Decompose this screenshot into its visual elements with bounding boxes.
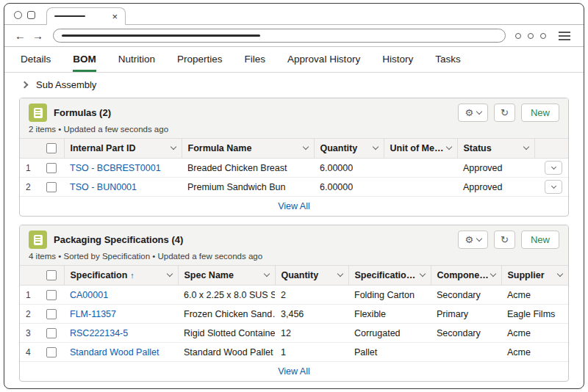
- tab-nutrition[interactable]: Nutrition: [118, 47, 155, 72]
- status-cell: Approved: [457, 159, 534, 178]
- tab-approval-history[interactable]: Approval History: [287, 47, 360, 72]
- table-row: 3 RSC222134-5 Rigid Slotted Containe… 12…: [20, 324, 568, 343]
- column-header-formula-name[interactable]: Formula Name: [182, 139, 314, 159]
- column-header-component[interactable]: Compone…: [431, 266, 501, 286]
- browser-tab[interactable]: ×: [46, 7, 126, 25]
- packaging-table: Specification↑ Spec Name Quantity Specif…: [20, 265, 568, 362]
- tab-history[interactable]: History: [382, 47, 413, 72]
- tab-properties[interactable]: Properties: [177, 47, 223, 72]
- row-number-header: [20, 266, 40, 286]
- row-checkbox[interactable]: [46, 328, 57, 338]
- menu-icon[interactable]: [559, 35, 570, 37]
- internal-part-id-link[interactable]: TSO - BUN0001: [70, 182, 137, 192]
- chevron-down-icon: [263, 271, 269, 277]
- select-all-checkbox[interactable]: [46, 270, 57, 280]
- tab-tasks[interactable]: Tasks: [435, 47, 461, 72]
- table-row: 2 TSO - BUN0001 Premium Sandwich Bun 6.0…: [20, 178, 568, 197]
- table-row: 1 CA00001 6.0 x 2.25 x 8.0 SUS S… 2 Fold…: [20, 286, 568, 305]
- row-actions-button[interactable]: [545, 180, 562, 194]
- packaging-new-button[interactable]: New: [521, 231, 559, 249]
- unit-of-measure-cell: [384, 159, 457, 178]
- row-checkbox-cell: [40, 286, 64, 305]
- column-header-status[interactable]: Status: [457, 139, 534, 159]
- column-header-specification[interactable]: Specification↑: [64, 266, 178, 286]
- select-all-checkbox[interactable]: [46, 143, 57, 153]
- row-number: 4: [20, 343, 40, 362]
- packaging-view-all-link[interactable]: View All: [278, 366, 310, 377]
- spec-name-cell: Rigid Slotted Containe…: [178, 324, 275, 343]
- tab-details[interactable]: Details: [21, 47, 51, 72]
- forward-icon[interactable]: →: [32, 30, 43, 41]
- row-checkbox[interactable]: [46, 290, 57, 300]
- internal-part-id-link[interactable]: TSO - BCBREST0001: [70, 163, 161, 173]
- window-control-circle[interactable]: [14, 11, 22, 19]
- row-actions-header: [534, 139, 568, 159]
- formulas-settings-button[interactable]: ⚙: [458, 104, 488, 122]
- sub-assembly-expander[interactable]: Sub Assembly: [4, 73, 584, 96]
- spec-name-cell: 6.0 x 2.25 x 8.0 SUS S…: [178, 286, 275, 305]
- column-header-quantity[interactable]: Quantity: [314, 139, 384, 159]
- spec-name-cell: Frozen Chicken Sand…: [178, 305, 275, 324]
- row-checkbox[interactable]: [46, 182, 57, 192]
- chevron-down-icon: [490, 271, 495, 277]
- column-header-spec-name[interactable]: Spec Name: [178, 266, 275, 286]
- formulas-header-row: Internal Part ID Formula Name Quantity U…: [20, 139, 568, 159]
- specification-type-cell: Pallet: [348, 343, 431, 362]
- back-icon[interactable]: ←: [15, 30, 26, 41]
- column-header-supplier[interactable]: Supplier: [501, 266, 568, 286]
- row-actions-button[interactable]: [545, 161, 562, 175]
- toolbar-dot-icon[interactable]: [515, 33, 521, 39]
- specification-link[interactable]: RSC222134-5: [70, 328, 128, 338]
- formulas-refresh-button[interactable]: ↻: [494, 104, 515, 122]
- specification-link[interactable]: Standard Wood Pallet: [70, 347, 159, 357]
- refresh-icon: ↻: [501, 235, 509, 244]
- quantity-cell: 3,456: [275, 305, 348, 324]
- row-checkbox-cell: [40, 343, 64, 362]
- tab-bom[interactable]: BOM: [73, 47, 96, 72]
- browser-window: × ← → Details BOM Nutrition Properties F…: [4, 3, 584, 389]
- tab-close-icon[interactable]: ×: [112, 12, 118, 21]
- row-checkbox[interactable]: [46, 163, 57, 173]
- chevron-down-icon: [419, 271, 425, 277]
- table-row: 2 FLM-11357 Frozen Chicken Sand… 3,456 F…: [20, 305, 568, 324]
- window-control-square[interactable]: [27, 11, 35, 19]
- formulas-card: Formulas (2) ⚙ ↻ New 2 items • Updated a…: [19, 98, 569, 217]
- packaging-card-footer: View All: [20, 362, 568, 381]
- table-row: 1 TSO - BCBREST0001 Breaded Chicken Brea…: [20, 159, 568, 178]
- packaging-settings-button[interactable]: ⚙: [458, 231, 488, 249]
- toolbar-dot-icon[interactable]: [540, 33, 546, 39]
- chevron-down-icon: [337, 271, 343, 277]
- column-header-specification-type[interactable]: Specificatio…: [348, 266, 431, 286]
- column-header-internal-part-id[interactable]: Internal Part ID: [64, 139, 182, 159]
- record-tab-bar: Details BOM Nutrition Properties Files A…: [4, 47, 584, 73]
- row-number: 3: [20, 324, 40, 343]
- formulas-new-button[interactable]: New: [521, 104, 559, 122]
- chevron-down-icon: [372, 144, 378, 150]
- specification-link[interactable]: FLM-11357: [70, 309, 116, 319]
- row-checkbox[interactable]: [46, 347, 57, 357]
- formula-name-cell: Premium Sandwich Bun: [182, 178, 314, 197]
- chevron-right-icon: [21, 81, 29, 88]
- component-cell: [431, 343, 501, 362]
- formulas-card-title: Formulas (2): [54, 107, 111, 118]
- column-header-quantity[interactable]: Quantity: [275, 266, 348, 286]
- url-bar[interactable]: [53, 29, 506, 43]
- row-checkbox[interactable]: [46, 309, 57, 319]
- status-cell: Approved: [457, 178, 534, 197]
- chevron-down-icon: [551, 184, 556, 189]
- specification-link[interactable]: CA00001: [70, 290, 108, 300]
- formulas-view-all-link[interactable]: View All: [278, 201, 310, 211]
- tab-files[interactable]: Files: [245, 47, 266, 72]
- gear-icon: ⚙: [465, 235, 473, 244]
- spec-name-cell: Standard Wood Pallet: [178, 343, 275, 362]
- toolbar-dot-icon[interactable]: [528, 33, 534, 39]
- packaging-refresh-button[interactable]: ↻: [494, 231, 515, 249]
- formulas-card-header: Formulas (2) ⚙ ↻ New 2 items • Updated a…: [20, 98, 568, 138]
- column-header-unit-of-measure[interactable]: Unit of Me…: [384, 139, 457, 159]
- unit-of-measure-cell: [384, 178, 457, 197]
- gear-icon: ⚙: [465, 108, 473, 117]
- component-cell: Primary: [431, 305, 501, 324]
- supplier-cell: Acme: [501, 324, 568, 343]
- chevron-down-icon: [302, 144, 308, 150]
- supplier-cell: Acme: [501, 286, 568, 305]
